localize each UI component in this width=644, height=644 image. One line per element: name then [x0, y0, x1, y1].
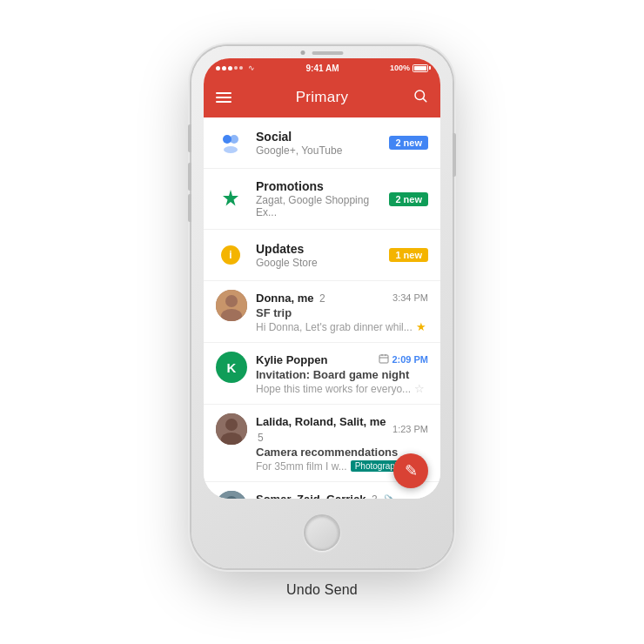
camera-dot — [301, 50, 305, 55]
signal-dot-5 — [239, 66, 243, 70]
promotions-icon — [216, 184, 245, 214]
attachment-icon: 📎 — [384, 494, 396, 499]
kylie-star[interactable]: ☆ — [414, 382, 425, 395]
avatar-kylie: K — [216, 352, 247, 383]
promotions-sub: Zagat, Google Shopping Ex... — [256, 194, 389, 218]
wifi-icon: ∿ — [248, 64, 255, 72]
battery-label: 100% — [390, 64, 410, 72]
svg-point-3 — [230, 135, 238, 144]
kylie-preview: Hope this time works for everyo... ☆ — [256, 382, 428, 395]
updates-sub: Google Store — [256, 257, 389, 269]
search-icon[interactable] — [413, 88, 428, 107]
phone-top-bar — [301, 50, 344, 55]
email-row-kylie[interactable]: K Kylie Poppen — [204, 343, 440, 405]
status-right: 100% — [390, 64, 428, 72]
category-row-updates[interactable]: i Updates Google Store 1 new — [204, 230, 440, 281]
donna-top: Donna, me 2 3:34 PM — [256, 290, 428, 305]
status-bar: ∿ 9:41 AM 100% — [204, 58, 440, 77]
updates-icon: i — [216, 240, 245, 270]
social-sub: Google+, YouTube — [256, 144, 389, 157]
updates-info: Updates Google Store — [256, 242, 389, 269]
avatar-somar — [216, 491, 247, 499]
kylie-subject: Invitation: Board game night — [256, 368, 428, 381]
svg-text:i: i — [229, 249, 231, 261]
kylie-sender: Kylie Poppen — [256, 352, 327, 367]
somar-content: Somar, Zaid, Garrick 3 📎 Hikes near San … — [256, 491, 428, 499]
donna-star[interactable]: ★ — [416, 320, 426, 333]
social-badge: 2 new — [389, 136, 428, 150]
signal-dot-1 — [216, 66, 220, 70]
somar-sender-group: Somar, Zaid, Garrick 3 📎 — [256, 491, 396, 499]
hamburger-menu-button[interactable] — [216, 92, 231, 103]
phone-frame: ∿ 9:41 AM 100% Primary — [191, 46, 453, 568]
battery-icon — [413, 64, 428, 72]
lalida-time: 1:23 PM — [392, 424, 428, 434]
social-name: Social — [256, 130, 389, 144]
compose-fab[interactable]: ✎ — [393, 453, 428, 488]
kylie-content: Kylie Poppen — [256, 352, 428, 395]
category-row-social[interactable]: Social Google+, YouTube 2 new — [204, 117, 440, 169]
status-time: 9:41 AM — [305, 64, 339, 73]
email-row-donna[interactable]: Donna, me 2 3:34 PM SF trip Hi Donna, Le… — [204, 281, 440, 343]
status-signals: ∿ — [216, 64, 255, 72]
undo-send-label: Undo Send — [286, 582, 358, 598]
social-info: Social Google+, YouTube — [256, 130, 389, 157]
phone-wrapper: ∿ 9:41 AM 100% Primary — [191, 46, 453, 568]
promotions-name: Promotions — [256, 179, 389, 193]
svg-rect-11 — [379, 355, 388, 363]
social-icon — [216, 128, 245, 158]
kylie-time: 2:09 PM — [392, 354, 428, 365]
svg-line-1 — [423, 98, 426, 101]
lalida-top: Lalida, Roland, Salit, me 5 1:23 PM — [256, 413, 428, 445]
home-button[interactable] — [304, 514, 340, 551]
email-list: Social Google+, YouTube 2 new Promotions — [204, 117, 440, 499]
header-title: Primary — [296, 89, 349, 106]
battery-fill — [414, 66, 426, 70]
compose-icon: ✎ — [405, 461, 418, 480]
donna-subject: SF trip — [256, 306, 428, 319]
kylie-top: Kylie Poppen — [256, 352, 428, 367]
calendar-icon — [379, 353, 389, 366]
updates-badge: 1 new — [389, 248, 428, 262]
promotions-badge: 2 new — [389, 192, 428, 206]
donna-content: Donna, me 2 3:34 PM SF trip Hi Donna, Le… — [256, 290, 428, 333]
svg-point-4 — [224, 146, 238, 153]
svg-point-9 — [225, 295, 238, 307]
gmail-header: Primary — [204, 77, 440, 117]
phone-screen: ∿ 9:41 AM 100% Primary — [204, 58, 440, 499]
category-row-promotions[interactable]: Promotions Zagat, Google Shopping Ex... … — [204, 169, 440, 230]
svg-point-16 — [225, 419, 238, 431]
somar-top: Somar, Zaid, Garrick 3 📎 — [256, 491, 428, 499]
promotions-info: Promotions Zagat, Google Shopping Ex... — [256, 179, 389, 218]
donna-sender: Donna, me 2 — [256, 290, 325, 305]
speaker-slot — [312, 51, 344, 55]
updates-name: Updates — [256, 242, 389, 256]
signal-dot-4 — [234, 66, 238, 70]
signal-dot-2 — [222, 66, 226, 70]
signal-dot-3 — [228, 66, 232, 70]
avatar-lalida — [216, 413, 247, 445]
donna-preview: Hi Donna, Let's grab dinner whil... ★ — [256, 320, 428, 333]
avatar-donna — [216, 290, 247, 321]
lalida-sender: Lalida, Roland, Salit, me 5 — [256, 413, 392, 445]
svg-marker-5 — [223, 190, 238, 206]
donna-time: 3:34 PM — [392, 292, 428, 303]
